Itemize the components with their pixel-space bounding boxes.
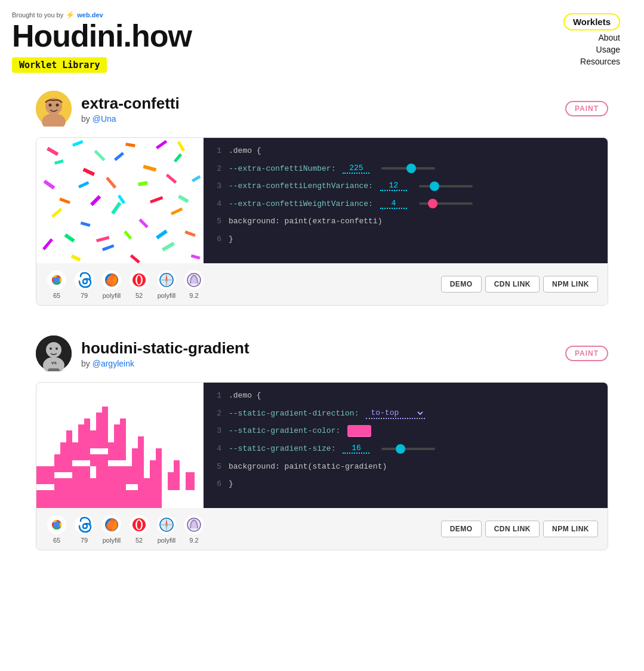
line-num-6: 6 [213,233,221,245]
line-num-sg-2: 2 [213,408,221,420]
code-text-sg-1: .demo { [229,390,261,402]
opera-icon-2 [128,514,150,535]
svg-rect-85 [108,460,126,466]
code-line-1: 1 .demo { [213,145,598,157]
npm-link-button-static-gradient[interactable]: NPM LINK [543,521,598,537]
code-line-3: 3 --extra-confettiLengthVariance: [213,180,598,192]
svg-point-3 [49,104,52,107]
opera-label-2: 52 [135,537,143,544]
line-num-sg-6: 6 [213,478,221,490]
svg-rect-95 [84,418,90,430]
browser-icon-opera-2: 52 [128,514,150,544]
svg-rect-98 [138,436,144,448]
browser-icon-chrome-2: 65 [46,514,67,544]
worklet-card-extra-confetti: extra-confetti by @Una PAINT [36,91,608,306]
safari-icon-2 [156,514,177,535]
author-link-una[interactable]: @Una [93,114,116,124]
main-nav: Worklets About Usage Resources [563,13,620,66]
card-header-left: extra-confetti by @Una [36,91,180,127]
edge-icon [73,269,95,291]
nav-about-link[interactable]: About [598,33,620,42]
line-num-sg-1: 1 [213,390,221,402]
card-header-static-gradient: vs houdini-static-gradient by @argyleink… [36,336,608,371]
cdn-link-button-extra-confetti[interactable]: CDN LINK [485,276,540,293]
line-num-sg-4: 4 [213,443,221,455]
svg-rect-84 [90,466,96,478]
svg-rect-101 [186,472,195,490]
confetti-number-slider[interactable] [381,167,435,170]
edge-label: 79 [81,292,88,299]
svg-rect-77 [108,442,126,508]
header-left: Brought to you by ⚡ web.dev Houdini.how … [12,11,192,73]
npm-link-button-extra-confetti[interactable]: NPM LINK [543,276,598,293]
line-num-sg-5: 5 [213,461,221,473]
static-gradient-visual [36,383,204,508]
svg-point-104 [54,522,60,528]
code-prop-sg-3: --static-gradient-color: [229,425,340,437]
edge-icon-2 [73,514,95,535]
svg-rect-93 [168,472,180,490]
code-prop-4: --extra-confettiWeightVariance: [229,198,373,210]
demo-button-extra-confetti[interactable]: DEMO [441,276,482,293]
svg-point-66 [46,342,61,358]
code-prop-3: --extra-confettiLengthVariance: [229,180,373,192]
gradient-color-swatch[interactable] [347,425,371,437]
nav-usage-link[interactable]: Usage [596,45,620,54]
worklet-library-badge: Worklet Library [12,57,107,73]
browser-icon-arc-2: 9.2 [183,514,205,544]
chrome-label: 65 [53,292,60,299]
confetti-weight-slider[interactable] [419,202,473,205]
browser-icon-firefox: polyfill [101,269,122,299]
code-line-sg-4: 4 --static-gradient-size: [213,443,598,455]
card-title-extra-confetti: extra-confetti [81,94,180,113]
code-line-sg-6: 6 } [213,478,598,490]
firefox-icon [101,269,122,291]
opera-icon [128,269,150,291]
confetti-weight-input[interactable] [380,199,407,209]
slider-container-3 [419,185,473,187]
code-panel-static-gradient: 1 .demo { 2 --static-gradient-direction:… [204,383,608,508]
svg-rect-74 [54,454,72,508]
arc-icon-2 [183,514,205,535]
chrome-icon-2 [46,514,67,535]
gradient-size-slider[interactable] [381,448,435,450]
firefox-label: polyfill [103,292,121,299]
browser-icon-safari: polyfill [156,269,177,299]
demo-button-static-gradient[interactable]: DEMO [441,521,482,537]
confetti-number-input[interactable] [343,164,369,174]
worklet-card-static-gradient: vs houdini-static-gradient by @argyleink… [36,336,608,550]
confetti-length-slider[interactable] [419,185,473,187]
gradient-direction-select[interactable]: to-top to-bottom to-left to-right [366,408,425,419]
code-text-1: .demo { [229,145,261,157]
card-title-static-gradient: houdini-static-gradient [81,339,249,358]
line-num-4: 4 [213,198,221,210]
nav-resources-link[interactable]: Resources [580,57,620,66]
svg-rect-83 [90,448,108,454]
svg-rect-99 [156,448,162,460]
card-footer-extra-confetti: 65 79 polyfill [36,263,608,305]
svg-rect-97 [120,418,126,430]
confetti-visual [36,138,204,263]
svg-rect-87 [60,442,72,454]
code-text-5: background: paint(extra-confetti) [229,216,382,227]
code-panel-extra-confetti: 1 .demo { 2 --extra-confettiNumber: 3 --… [204,138,608,263]
line-num-1: 1 [213,145,221,157]
brought-by-text: Brought to you by [12,11,63,19]
demo-container-static-gradient: 1 .demo { 2 --static-gradient-direction:… [36,382,608,550]
nav-worklets-button[interactable]: Worklets [563,13,620,30]
confetti-length-input[interactable] [380,181,407,191]
code-prop-sg-4: --static-gradient-size: [229,443,335,455]
chrome-label-2: 65 [53,537,60,544]
card-info-static-gradient: houdini-static-gradient by @argyleink [81,339,249,368]
card-actions-static-gradient: DEMO CDN LINK NPM LINK [441,521,598,537]
svg-rect-100 [174,460,180,472]
demo-inner-static-gradient: 1 .demo { 2 --static-gradient-direction:… [36,383,608,508]
author-link-argyle[interactable]: @argyleink [93,359,134,368]
slider-container-sg-4 [381,448,435,450]
cdn-link-button-static-gradient[interactable]: CDN LINK [485,521,540,537]
avatar-una [36,91,72,127]
svg-rect-96 [102,407,108,418]
svg-point-112 [137,521,141,530]
code-brace-sg-1: } [229,478,233,490]
gradient-size-input[interactable] [343,444,369,454]
